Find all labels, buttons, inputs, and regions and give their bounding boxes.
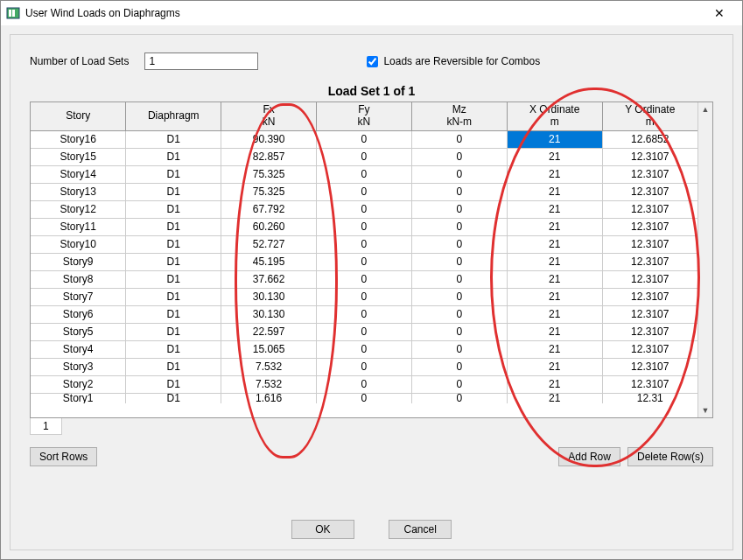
table-row[interactable]: Story1D11.616002112.31 [31, 393, 697, 403]
cell[interactable]: 7.532 [221, 358, 317, 375]
scroll-up-icon[interactable]: ▲ [698, 102, 712, 116]
table-row[interactable]: Story11D160.260002112.3107 [31, 218, 697, 235]
cell[interactable]: Story1 [31, 393, 126, 403]
cell[interactable]: 90.390 [221, 130, 317, 148]
cell[interactable]: 67.792 [221, 200, 317, 218]
cell[interactable]: 21 [507, 323, 602, 340]
cell[interactable]: 0 [411, 323, 507, 340]
num-load-sets-input[interactable] [144, 52, 258, 70]
reversible-checkbox[interactable] [367, 56, 378, 67]
cell[interactable]: 21 [507, 270, 602, 288]
cell[interactable]: Story16 [31, 130, 126, 148]
cell[interactable]: D1 [126, 200, 221, 218]
cell[interactable]: 12.3107 [602, 183, 697, 200]
cell[interactable]: 21 [507, 218, 602, 235]
cell[interactable]: Story9 [31, 253, 126, 270]
cell[interactable]: 1.616 [221, 393, 317, 403]
cell[interactable]: Story5 [31, 323, 126, 340]
cell[interactable]: D1 [126, 340, 221, 358]
col-header-6[interactable]: Y Ordinatem [602, 102, 697, 130]
cell[interactable]: 0 [317, 393, 412, 403]
cell[interactable]: 21 [507, 235, 602, 253]
cell[interactable]: 0 [411, 270, 507, 288]
cell[interactable]: D1 [126, 305, 221, 323]
cell[interactable]: 12.3107 [602, 340, 697, 358]
cell[interactable]: 7.532 [221, 375, 317, 393]
cell[interactable]: 0 [317, 305, 412, 323]
cell[interactable]: 0 [411, 358, 507, 375]
table-row[interactable]: Story5D122.597002112.3107 [31, 323, 697, 340]
col-header-4[interactable]: MzkN-m [411, 102, 507, 130]
cell[interactable]: 0 [317, 148, 412, 165]
cell[interactable]: 0 [317, 130, 412, 148]
cell[interactable]: D1 [126, 183, 221, 200]
cell[interactable]: 0 [411, 288, 507, 305]
cell[interactable]: D1 [126, 358, 221, 375]
cell[interactable]: D1 [126, 375, 221, 393]
ok-button[interactable]: OK [291, 520, 354, 539]
cell[interactable]: 75.325 [221, 165, 317, 183]
table-row[interactable]: Story10D152.727002112.3107 [31, 235, 697, 253]
cell[interactable]: 12.3107 [602, 218, 697, 235]
cell[interactable]: Story8 [31, 270, 126, 288]
cell[interactable]: 0 [317, 218, 412, 235]
cell[interactable]: D1 [126, 393, 221, 403]
cell[interactable]: 12.6852 [602, 130, 697, 148]
cell[interactable]: 0 [317, 375, 412, 393]
table-row[interactable]: Story14D175.325002112.3107 [31, 165, 697, 183]
cell[interactable]: Story12 [31, 200, 126, 218]
table-row[interactable]: Story16D190.390002112.6852 [31, 130, 697, 148]
table-row[interactable]: Story12D167.792002112.3107 [31, 200, 697, 218]
cell[interactable]: 12.3107 [602, 253, 697, 270]
cell[interactable]: 0 [411, 130, 507, 148]
cell[interactable]: 30.130 [221, 288, 317, 305]
scroll-down-icon[interactable]: ▼ [698, 403, 712, 417]
cell[interactable]: D1 [126, 253, 221, 270]
cell[interactable]: 0 [317, 340, 412, 358]
cell[interactable]: 82.857 [221, 148, 317, 165]
cell[interactable]: 22.597 [221, 323, 317, 340]
cell[interactable]: 12.3107 [602, 165, 697, 183]
cell[interactable]: 45.195 [221, 253, 317, 270]
cell[interactable]: Story6 [31, 305, 126, 323]
cell[interactable]: 37.662 [221, 270, 317, 288]
cell[interactable]: 0 [317, 358, 412, 375]
cell[interactable]: 21 [507, 375, 602, 393]
cell[interactable]: D1 [126, 130, 221, 148]
cell[interactable]: 21 [507, 200, 602, 218]
cell[interactable]: 0 [411, 340, 507, 358]
table-row[interactable]: Story15D182.857002112.3107 [31, 148, 697, 165]
cell[interactable]: D1 [126, 288, 221, 305]
table-row[interactable]: Story8D137.662002112.3107 [31, 270, 697, 288]
cell[interactable]: Story10 [31, 235, 126, 253]
cell[interactable]: 0 [317, 288, 412, 305]
table-row[interactable]: Story13D175.325002112.3107 [31, 183, 697, 200]
cell[interactable]: Story3 [31, 358, 126, 375]
table-row[interactable]: Story3D17.532002112.3107 [31, 358, 697, 375]
cell[interactable]: 12.3107 [602, 288, 697, 305]
vertical-scrollbar[interactable]: ▲ ▼ [697, 102, 712, 417]
table-row[interactable]: Story2D17.532002112.3107 [31, 375, 697, 393]
reversible-checkbox-wrap[interactable]: Loads are Reversible for Combos [363, 53, 540, 70]
close-button[interactable]: ✕ [702, 1, 737, 25]
cell[interactable]: 0 [317, 200, 412, 218]
add-row-button[interactable]: Add Row [558, 447, 620, 466]
cell[interactable]: 30.130 [221, 305, 317, 323]
cell[interactable]: 0 [411, 393, 507, 403]
cell[interactable]: 21 [507, 165, 602, 183]
cell[interactable]: 0 [411, 235, 507, 253]
cell[interactable]: 21 [507, 340, 602, 358]
table-scroll[interactable]: StoryDiaphragmFxkNFykNMzkN-mX OrdinatemY… [31, 102, 697, 417]
cell[interactable]: 0 [411, 305, 507, 323]
cell[interactable]: 0 [411, 165, 507, 183]
cell[interactable]: 21 [507, 288, 602, 305]
cell[interactable]: 0 [317, 235, 412, 253]
table-row[interactable]: Story9D145.195002112.3107 [31, 253, 697, 270]
cell[interactable]: 21 [507, 183, 602, 200]
cell[interactable]: 12.31 [602, 393, 697, 403]
cell[interactable]: 0 [411, 218, 507, 235]
cell[interactable]: 0 [411, 253, 507, 270]
cell[interactable]: 12.3107 [602, 358, 697, 375]
loadset-pager[interactable]: 1 [30, 417, 62, 435]
cell[interactable]: 21 [507, 393, 602, 403]
